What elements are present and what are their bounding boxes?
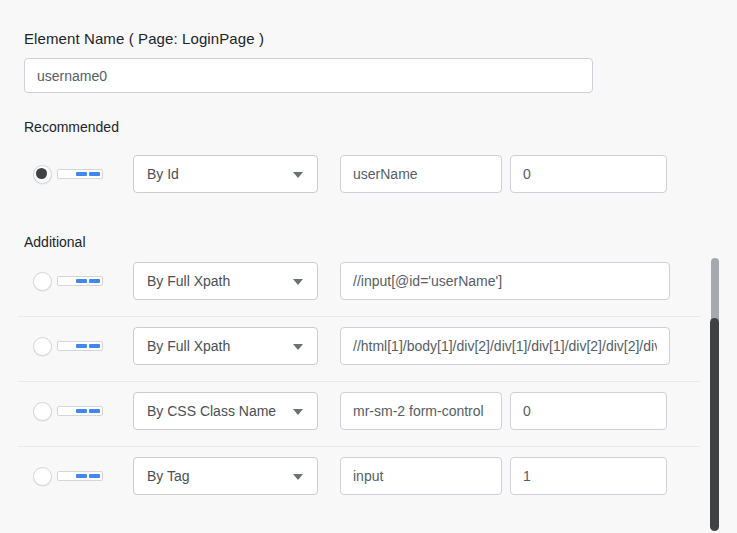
chevron-down-icon [293,344,303,350]
row-divider [18,316,700,317]
locator-method-select[interactable]: By Full Xpath [133,262,318,300]
locator-method-label: By CSS Class Name [147,393,276,429]
strength-meter-icon [57,276,103,286]
locator-method-select[interactable]: By CSS Class Name [133,392,318,430]
locator-method-select[interactable]: By Full Xpath [133,327,318,365]
locator-index-input[interactable] [510,457,667,495]
object-locator-panel: Element Name ( Page: LoginPage ) Recomme… [0,0,737,533]
locator-method-label: By Tag [147,458,190,494]
locator-value-input[interactable] [340,457,502,495]
locator-method-label: By Full Xpath [147,263,230,299]
locator-radio[interactable] [33,402,52,421]
strength-meter-icon [57,169,103,179]
row-divider [18,446,700,447]
locator-method-label: By Id [147,156,179,192]
section-label-recommended: Recommended [24,119,119,135]
locator-value-input[interactable] [340,155,502,193]
section-label-additional: Additional [24,234,86,250]
element-name-input[interactable] [24,58,593,93]
strength-meter-icon [57,471,103,481]
strength-meter-icon [57,341,103,351]
locator-row: By Tag [0,457,737,495]
locator-radio[interactable] [33,272,52,291]
chevron-down-icon [293,279,303,285]
locator-method-label: By Full Xpath [147,328,230,364]
locator-method-select[interactable]: By Id [133,155,318,193]
locator-row: By CSS Class Name [0,392,737,430]
strength-meter-icon [57,406,103,416]
locator-radio[interactable] [33,337,52,356]
locator-radio[interactable] [33,467,52,486]
scrollbar-thumb-inner[interactable] [710,318,719,531]
locator-method-select[interactable]: By Tag [133,457,318,495]
chevron-down-icon [293,409,303,415]
locator-value-input[interactable] [340,262,670,300]
locator-row: By Full Xpath [0,262,737,300]
locator-value-input[interactable] [340,392,502,430]
locator-index-input[interactable] [510,155,667,193]
locator-row: By Full Xpath [0,327,737,365]
locator-index-input[interactable] [510,392,667,430]
locator-value-input[interactable] [340,327,670,365]
radio-dot-icon [36,168,47,179]
chevron-down-icon [293,474,303,480]
row-divider [18,381,700,382]
page-title: Element Name ( Page: LoginPage ) [24,30,264,47]
locator-row-recommended: By Id [0,155,737,193]
chevron-down-icon [293,172,303,178]
locator-radio[interactable] [33,165,52,184]
